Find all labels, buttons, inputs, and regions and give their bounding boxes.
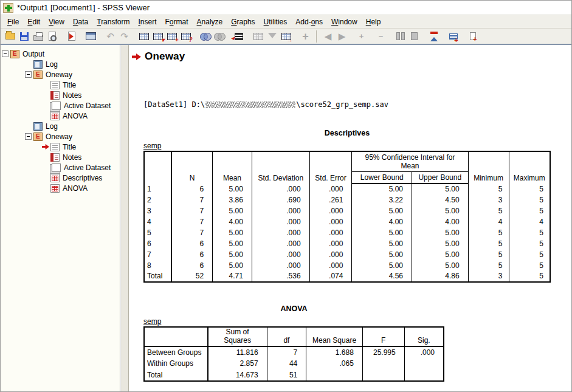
menu-file[interactable]: File [3,16,23,27]
value-cell: 7 [171,216,213,227]
tree-item-label: Output [21,50,46,58]
tree-expander-icon[interactable] [25,71,32,78]
show-all-icon[interactable] [446,30,460,43]
col-header: Maximum [509,151,550,184]
tree-item-output[interactable]: Output [1,49,120,59]
menu-data[interactable]: Data [69,16,92,27]
value-cell: .000 [252,216,309,227]
outline-pane: OutputLogOnewayTitleNotesActive DatasetA… [1,45,120,391]
value-cell: 6 [171,238,213,249]
open-file-icon[interactable] [3,30,17,43]
ci-group-header: 95% Confidence Interval for Mean [352,151,468,172]
tree-expander-icon[interactable] [25,133,32,140]
use-variable-sets-icon[interactable] [198,30,212,43]
value-cell: 4 [468,216,509,227]
insert-variable-icon[interactable] [165,30,179,43]
table-row: 865.00.000.0005.005.0055 [144,260,550,271]
tree-item-notes[interactable]: Notes [1,152,120,162]
anova-table[interactable]: Sum of SquaresdfMean SquareFSig.Between … [143,326,444,382]
tree-item-anova[interactable]: ANOVA [1,183,120,193]
value-cell: 5.00 [412,227,468,238]
value-cell: .000 [309,249,352,260]
menu-add-ons[interactable]: Add-ons [291,16,327,27]
value-cell: 3 [468,271,509,282]
menu-transform[interactable]: Transform [92,16,134,27]
dialog-recall-icon[interactable] [84,30,98,43]
select-last-output-icon[interactable] [232,30,246,43]
table-icon [50,174,60,182]
value-cell: .000 [309,260,352,271]
menu-utilities[interactable]: Utilities [260,16,292,27]
menu-help[interactable]: Help [362,16,385,27]
menu-analyze[interactable]: Analyze [193,16,227,27]
value-cell: 5.00 [412,238,468,249]
value-cell: 7 [267,346,306,358]
table-row: 665.00.000.0005.005.0055 [144,238,550,249]
menu-format[interactable]: Format [161,16,193,27]
value-cell: 6 [171,184,213,194]
save-file-icon[interactable] [17,30,31,43]
tree-item-anova[interactable]: ANOVA [1,111,120,121]
value-cell: 5.00 [412,184,468,194]
tree-item-descriptives[interactable]: Descriptives [1,173,120,183]
menu-graphs[interactable]: Graphs [227,16,259,27]
value-cell: 5.00 [213,227,252,238]
collapse-all-icon[interactable] [427,30,441,43]
log-icon [33,122,43,131]
spss-app-icon [3,3,13,13]
tree-item-label: Notes [61,153,83,162]
output-content-pane[interactable]: Oneway [DataSet1] D:\\score52_grp_semp.s… [129,45,571,391]
pane-splitter[interactable] [120,45,129,391]
value-cell: 3.22 [352,194,412,205]
row-label: 1 [144,184,171,194]
print-icon[interactable] [31,30,45,43]
goto-case-icon[interactable] [151,30,165,43]
tree-item-active-dataset[interactable]: Active Dataset [1,100,120,111]
corner-cell [144,151,171,184]
value-cell: 1.688 [306,346,363,358]
row-label: 5 [144,227,171,238]
row-label: Total [144,271,171,282]
tree-item-title[interactable]: Title [1,80,120,90]
hide-all-icon[interactable] [466,30,480,43]
tree-item-oneway[interactable]: Oneway [1,69,120,80]
menu-window[interactable]: Window [327,16,362,27]
goto-data-icon[interactable] [137,30,151,43]
value-cell: 44 [267,358,306,370]
expand-outline-icon: + [354,30,368,43]
tree-item-label: Active Dataset [62,101,112,110]
descriptives-table[interactable]: NMeanStd. DeviationStd. Error95% Confide… [143,151,551,283]
menu-insert[interactable]: Insert [134,16,160,27]
tree-item-title[interactable]: Title [1,142,120,152]
value-cell: .000 [252,249,309,260]
value-cell: 4.00 [412,216,468,227]
log-icon [33,60,43,69]
value-cell: 3.86 [213,194,252,205]
tree-item-log[interactable]: Log [1,59,120,69]
value-cell: 4.71 [213,271,252,282]
value-cell: 5 [468,184,509,194]
value-cell [362,370,404,381]
value-cell: 5.00 [352,260,412,271]
insert-heading-icon[interactable] [279,30,293,43]
value-cell: 5.00 [352,205,412,216]
tree-item-label: Active Dataset [62,163,112,172]
menu-edit[interactable]: Edit [23,16,44,27]
tree-item-active-dataset[interactable]: Active Dataset [1,162,120,173]
print-preview-icon[interactable] [45,30,59,43]
menu-view[interactable]: View [44,16,69,27]
output-icon [33,70,43,79]
tree-expander-icon[interactable] [2,50,9,57]
tree-item-log[interactable]: Log [1,121,120,131]
export-output-icon[interactable] [64,30,78,43]
value-cell: 5.00 [412,205,468,216]
row-label: Total [144,370,208,381]
tree-item-label: Title [61,81,78,89]
value-cell [404,358,444,370]
variable-info-icon[interactable] [179,30,193,43]
current-item-arrow-icon [132,53,141,60]
tree-item-notes[interactable]: Notes [1,90,120,100]
tree-item-oneway[interactable]: Oneway [1,131,120,142]
value-cell: 7 [171,194,213,205]
col-header: Std. Deviation [252,151,309,184]
